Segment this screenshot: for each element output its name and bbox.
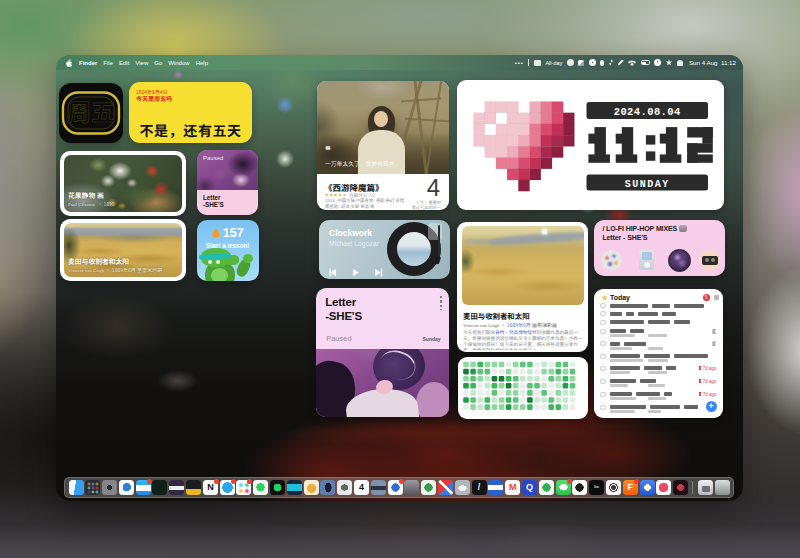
svg-text:SUNDAY: SUNDAY (625, 179, 670, 190)
svg-text:2024.08.04: 2024.08.04 (614, 106, 681, 118)
svg-text:周五: 周五 (67, 93, 115, 128)
